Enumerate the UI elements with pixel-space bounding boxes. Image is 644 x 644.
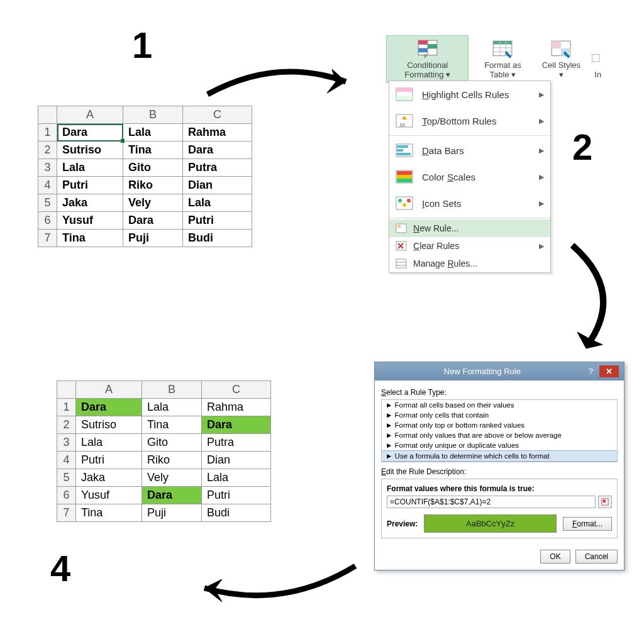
cell[interactable]: Sutriso [57, 142, 123, 159]
cell[interactable]: Putri [76, 452, 142, 469]
col-header-a[interactable]: A [57, 106, 123, 124]
menu-top-bottom-rules[interactable]: 10 Top/Bottom Rules▶ [389, 108, 550, 134]
cell[interactable]: Budi [202, 504, 271, 522]
ok-button[interactable]: OK [540, 550, 570, 564]
cell[interactable]: Vely [123, 194, 183, 212]
cell[interactable]: Tina [123, 142, 183, 159]
cell-c1[interactable]: Rahma [183, 124, 252, 142]
cell[interactable]: Jaka [57, 194, 123, 212]
row-header[interactable]: 5 [38, 194, 57, 212]
cell[interactable]: Gito [142, 434, 202, 452]
svg-rect-15 [552, 41, 562, 48]
format-button[interactable]: Format... [563, 517, 612, 531]
cell-b1[interactable]: Lala [123, 124, 183, 142]
cell[interactable]: Dian [183, 177, 252, 194]
row-header[interactable]: 1 [38, 124, 57, 142]
rule-type-item[interactable]: ► Format all cells based on their values [382, 400, 617, 410]
conditional-formatting-button[interactable]: ≠ Conditional Formatting ▾ [386, 35, 469, 83]
cell[interactable]: Putri [57, 177, 123, 194]
cell[interactable]: Lala [76, 434, 142, 452]
cell[interactable]: Yusuf [76, 487, 142, 504]
cell[interactable]: Lala [142, 399, 202, 416]
row-header[interactable]: 6 [38, 212, 57, 230]
cell-highlighted[interactable]: Dara [142, 487, 202, 504]
rule-type-item[interactable]: ► Format only values that are above or b… [382, 430, 617, 440]
row-header[interactable]: 2 [57, 416, 76, 434]
rule-type-item[interactable]: ► Format only unique or duplicate values [382, 440, 617, 450]
col-header-a[interactable]: A [76, 381, 142, 399]
cell[interactable]: Dara [183, 142, 252, 159]
col-header-b[interactable]: B [142, 381, 202, 399]
cell[interactable]: Putri [183, 212, 252, 230]
in-label: In [594, 70, 601, 80]
row-header[interactable]: 5 [57, 469, 76, 487]
rule-type-item[interactable]: ► Format only cells that contain [382, 410, 617, 420]
row-header[interactable]: 2 [38, 142, 57, 159]
help-button[interactable]: ? [585, 367, 597, 376]
range-selector-button[interactable] [598, 496, 612, 508]
rule-type-list[interactable]: ► Format all cells based on their values… [381, 399, 618, 462]
cell-a1[interactable]: Dara [57, 124, 123, 142]
menu-color-scales[interactable]: Color Scales▶ [389, 164, 550, 190]
menu-manage-rules[interactable]: Manage Rules... [389, 255, 550, 272]
cf-label: Conditional Formatting ▾ [391, 61, 464, 80]
col-header-b[interactable]: B [123, 106, 183, 124]
close-button[interactable]: ✕ [599, 365, 619, 377]
svg-rect-28 [397, 171, 412, 175]
cell-styles-button[interactable]: Cell Styles ▾ [536, 35, 586, 83]
format-as-table-button[interactable]: Format as Table ▾ [471, 35, 534, 83]
row-header[interactable]: 1 [57, 399, 76, 416]
cell[interactable]: Putra [183, 159, 252, 177]
menu-data-bars[interactable]: Data Bars▶ [389, 137, 550, 164]
cell[interactable]: Lala [57, 159, 123, 177]
formula-input[interactable] [387, 496, 596, 508]
arrow-1-to-2 [201, 50, 365, 107]
cell[interactable]: Tina [57, 230, 123, 247]
row-header[interactable]: 4 [57, 452, 76, 469]
row-header[interactable]: 4 [38, 177, 57, 194]
cell[interactable]: Putra [202, 434, 271, 452]
row-header[interactable]: 3 [57, 434, 76, 452]
cell[interactable]: Riko [142, 452, 202, 469]
menu-new-rule[interactable]: New Rule... [389, 219, 550, 237]
row-header[interactable]: 6 [57, 487, 76, 504]
cell[interactable]: Gito [123, 159, 183, 177]
cell-highlighted[interactable]: Dara [202, 416, 271, 434]
select-all-corner[interactable] [38, 106, 57, 124]
cell[interactable]: Jaka [76, 469, 142, 487]
cell[interactable]: Sutriso [76, 416, 142, 434]
dialog-titlebar[interactable]: New Formatting Rule ? ✕ [375, 362, 624, 380]
cell[interactable]: Vely [142, 469, 202, 487]
menu-icon-sets[interactable]: Icon Sets▶ [389, 190, 550, 216]
row-header[interactable]: 3 [38, 159, 57, 177]
menu-label: New Rule... [413, 223, 458, 233]
insert-button-partial[interactable]: In [588, 35, 608, 83]
cell[interactable]: Lala [202, 469, 271, 487]
menu-label: Data Bars [422, 145, 464, 156]
cell[interactable]: Budi [183, 230, 252, 247]
cell[interactable]: Rahma [202, 399, 271, 416]
cancel-button[interactable]: Cancel [575, 550, 618, 564]
menu-highlight-cells-rules[interactable]: Highlight Cells Rules▶ [389, 81, 550, 108]
cell[interactable]: Tina [76, 504, 142, 522]
cell[interactable]: Yusuf [57, 212, 123, 230]
new-formatting-rule-dialog: New Formatting Rule ? ✕ Select a Rule Ty… [374, 362, 625, 570]
cell[interactable]: Dara [123, 212, 183, 230]
menu-clear-rules[interactable]: Clear Rules▶ [389, 237, 550, 255]
cell[interactable]: Dian [202, 452, 271, 469]
rule-type-item[interactable]: ► Format only top or bottom ranked value… [382, 420, 617, 430]
cell[interactable]: Puji [123, 230, 183, 247]
cell[interactable]: Puji [142, 504, 202, 522]
cell[interactable]: Putri [202, 487, 271, 504]
submenu-arrow-icon: ▶ [539, 117, 544, 125]
col-header-c[interactable]: C [202, 381, 271, 399]
col-header-c[interactable]: C [183, 106, 252, 124]
row-header[interactable]: 7 [57, 504, 76, 522]
cell[interactable]: Riko [123, 177, 183, 194]
cell[interactable]: Tina [142, 416, 202, 434]
rule-type-item-selected[interactable]: ► Use a formula to determine which cells… [382, 450, 617, 462]
cell[interactable]: Lala [183, 194, 252, 212]
cell-highlighted[interactable]: Dara [76, 399, 142, 416]
select-all-corner[interactable] [57, 381, 76, 399]
row-header[interactable]: 7 [38, 230, 57, 247]
